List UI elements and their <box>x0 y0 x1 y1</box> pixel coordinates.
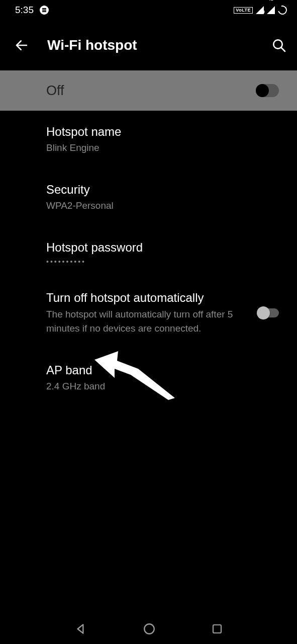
svg-point-5 <box>144 624 154 634</box>
security-value: WPA2-Personal <box>46 199 279 213</box>
status-right: VoLTE R 4G+ <box>234 6 287 15</box>
hotspot-name-title: Hotspot name <box>46 124 279 140</box>
search-button[interactable] <box>271 37 287 53</box>
app-bar: Wi-Fi hotspot <box>0 20 297 70</box>
hotspot-name-item[interactable]: Hotspot name Blink Engine <box>0 111 297 169</box>
hotspot-state-label: Off <box>46 83 64 99</box>
nav-recent-button[interactable] <box>211 623 223 635</box>
password-title: Hotspot password <box>46 239 279 256</box>
security-item[interactable]: Security WPA2-Personal <box>0 169 297 226</box>
hotspot-master-switch[interactable] <box>256 84 279 97</box>
back-button[interactable] <box>14 38 29 53</box>
hotspot-master-toggle-row[interactable]: Off <box>0 70 297 111</box>
signal-sim1-icon: R <box>256 6 264 14</box>
status-bar: 5:35 VoLTE R 4G+ <box>0 0 297 20</box>
password-mask: •••••••••• <box>46 258 279 266</box>
ap-band-item[interactable]: AP band 2.4 GHz band <box>0 349 297 407</box>
auto-off-desc: The hotspot will automatically turn off … <box>46 307 250 336</box>
clock: 5:35 <box>15 5 34 16</box>
ap-band-value: 2.4 GHz band <box>46 379 279 394</box>
svg-rect-6 <box>213 625 221 633</box>
nav-home-button[interactable] <box>143 622 156 635</box>
hotspot-name-value: Blink Engine <box>46 141 279 155</box>
notification-icon <box>40 6 49 15</box>
volte-badge: VoLTE <box>234 7 253 14</box>
auto-off-title: Turn off hotspot automatically <box>46 290 250 306</box>
switch-knob <box>257 306 270 319</box>
svg-line-2 <box>281 47 285 51</box>
security-title: Security <box>46 182 279 198</box>
switch-knob <box>256 84 269 97</box>
password-item[interactable]: Hotspot password •••••••••• <box>0 226 297 277</box>
loading-icon <box>276 4 289 17</box>
settings-list: Hotspot name Blink Engine Security WPA2-… <box>0 111 297 407</box>
page-title: Wi-Fi hotspot <box>47 37 253 53</box>
nav-back-button[interactable] <box>74 622 87 635</box>
svg-marker-4 <box>77 624 83 633</box>
status-left: 5:35 <box>15 5 49 16</box>
signal-sim2-icon: 4G+ <box>267 6 275 14</box>
navigation-bar <box>0 614 297 644</box>
auto-off-item[interactable]: Turn off hotspot automatically The hotsp… <box>0 277 297 349</box>
auto-off-switch[interactable] <box>258 308 279 317</box>
ap-band-title: AP band <box>46 362 279 378</box>
